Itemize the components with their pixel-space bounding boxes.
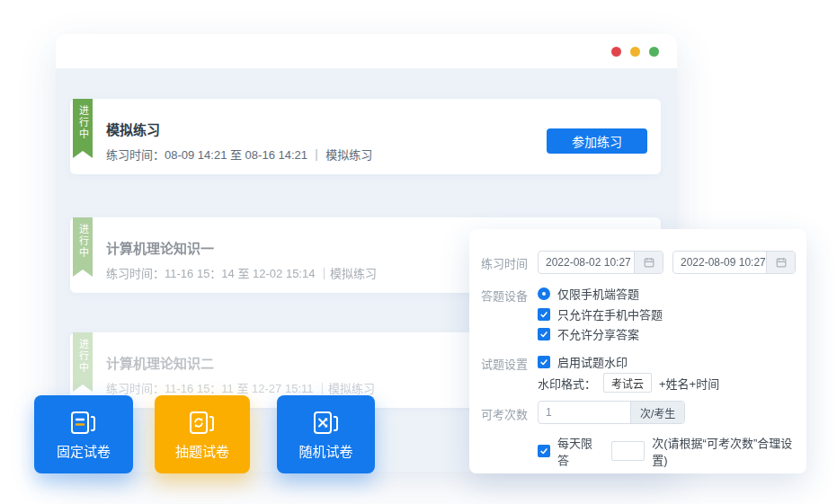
practice-settings-panel: 练习时间 2022-08-02 10:27 2022-08-09 10:27	[469, 229, 806, 473]
practice-time-line: 练习时间：11-16 15：14 至 12-02 15:14 ｜模拟练习	[106, 264, 377, 281]
start-time-value: 2022-08-02 10:27	[539, 252, 634, 273]
checkbox-row-no-share: 不允许分享答案	[538, 325, 639, 342]
checkbox-checked-icon[interactable]	[538, 445, 550, 457]
fixed-paper-icon	[67, 410, 100, 437]
start-time-input[interactable]: 2022-08-02 10:27	[538, 251, 663, 274]
checkbox-label[interactable]: 只允许在手机中答题	[557, 305, 663, 323]
practice-card-simulation[interactable]: 进行中 模拟练习 练习时间：08-09 14:21 至 08-16 14:21 …	[70, 99, 661, 174]
practice-title: 计算机理论知识一	[106, 238, 214, 257]
radio-row-phone-only-answer: 仅限手机端答题	[538, 285, 639, 302]
calendar-icon[interactable]	[634, 252, 663, 273]
random-paper-icon	[310, 410, 343, 437]
end-time-input[interactable]: 2022-08-09 10:27	[672, 251, 796, 274]
window-titlebar	[56, 34, 677, 68]
question-settings-label: 试题设置	[481, 355, 528, 372]
join-practice-button[interactable]: 参加练习	[547, 128, 647, 154]
tile-random-paper[interactable]: 随机试卷	[277, 395, 375, 473]
attempts-input[interactable]: 1	[539, 402, 630, 423]
tile-label: 固定试卷	[57, 441, 111, 460]
practice-title: 模拟练习	[106, 119, 160, 138]
watermark-format-row: 水印格式： 考试云 +姓名+时间	[538, 373, 719, 393]
practice-time-line: 练习时间：11-16 15：11 至 12-27 15:11 ｜模拟练习	[106, 379, 375, 396]
watermark-format-input[interactable]: 考试云	[603, 373, 652, 393]
practice-time-label: 练习时间	[481, 254, 528, 271]
window-minimize-icon[interactable]	[630, 47, 640, 57]
tile-label: 随机试卷	[298, 441, 352, 460]
attempts-row: 1 次/考生	[538, 401, 685, 424]
checkbox-checked-icon[interactable]	[538, 328, 550, 340]
watermark-format-label: 水印格式：	[538, 375, 596, 392]
status-ribbon-label: 进行中	[76, 224, 90, 277]
end-time-value: 2022-08-09 10:27	[673, 252, 766, 273]
attempts-unit: 次/考生	[630, 402, 684, 423]
checkbox-label[interactable]: 启用试题水印	[557, 353, 628, 370]
window-close-icon[interactable]	[611, 47, 621, 57]
status-ribbon: 进行中	[73, 217, 93, 277]
practice-title: 计算机理论知识二	[106, 353, 214, 372]
attempts-label: 可考次数	[481, 405, 528, 422]
window-maximize-icon[interactable]	[649, 47, 659, 57]
status-ribbon-label: 进行中	[76, 339, 90, 392]
radio-label[interactable]: 仅限手机端答题	[557, 285, 639, 302]
status-ribbon: 进行中	[73, 332, 93, 392]
draw-paper-icon	[186, 410, 218, 437]
tile-draw-paper[interactable]: 抽题试卷	[155, 395, 250, 473]
daily-limit-input[interactable]	[611, 441, 646, 461]
watermark-format-suffix: +姓名+时间	[659, 375, 719, 392]
daily-limit-suffix: 次(请根据“可考次数”合理设置)	[652, 434, 806, 468]
practice-time-line: 练习时间：08-09 14:21 至 08-16 14:21 ｜ 模拟练习	[106, 146, 372, 163]
daily-limit-label[interactable]: 每天限答	[557, 434, 604, 468]
screenshot-root: 进行中 模拟练习 练习时间：08-09 14:21 至 08-16 14:21 …	[0, 0, 837, 504]
checkbox-row-watermark: 启用试题水印	[538, 353, 628, 370]
tile-label: 抽题试卷	[175, 441, 229, 460]
checkbox-checked-icon[interactable]	[538, 308, 550, 321]
status-ribbon: 进行中	[73, 99, 93, 158]
status-ribbon-label: 进行中	[76, 105, 90, 158]
radio-selected-icon[interactable]	[538, 287, 550, 300]
answer-device-label: 答题设备	[481, 287, 528, 304]
daily-limit-row: 每天限答 次(请根据“可考次数”合理设置)	[538, 434, 806, 468]
calendar-icon[interactable]	[766, 252, 795, 273]
checkbox-checked-icon[interactable]	[538, 356, 550, 368]
tile-fixed-paper[interactable]: 固定试卷	[34, 395, 133, 473]
attempts-input-group: 1 次/考生	[538, 401, 685, 424]
checkbox-row-phone-only: 只允许在手机中答题	[538, 305, 663, 323]
checkbox-label[interactable]: 不允许分享答案	[557, 325, 639, 342]
